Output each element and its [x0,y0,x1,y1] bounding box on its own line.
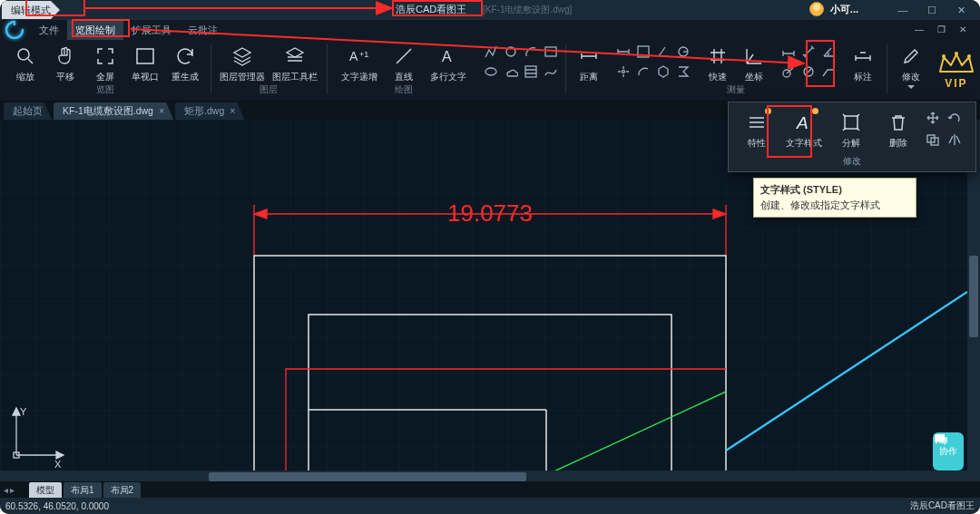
modify-dropdown-button[interactable]: 修改 [893,42,929,90]
tab-rect-file[interactable]: 矩形.dwg× [175,102,244,120]
mini-dim-angular-icon[interactable] [819,43,838,61]
svg-point-14 [942,54,946,58]
close-button[interactable]: ✕ [947,0,975,20]
properties-icon [744,110,769,135]
dimension-icon [850,44,876,69]
coord-button[interactable]: 坐标 [736,42,772,83]
user-name[interactable]: 小可... [830,3,858,16]
tab-active-file[interactable]: KF-1电缆敷设图.dwg× [54,102,173,120]
explode-button[interactable]: 分解 [828,108,874,153]
minimize-button[interactable]: — [889,0,916,20]
line-icon [391,44,416,69]
group-draw-label: 绘图 [395,83,413,96]
mini-total-icon[interactable] [674,63,692,81]
mini-dim-linear-icon[interactable] [779,43,798,61]
mini-polyline-icon[interactable] [482,43,500,61]
mini-angle-icon[interactable] [654,43,672,61]
text-style-button[interactable]: A 文字样式 [781,108,827,153]
drawing-canvas[interactable]: 19.0773 Y X [0,120,980,483]
tab-model[interactable]: 模型 [29,482,62,498]
fullscreen-label: 全屏 [96,71,114,83]
vip-button[interactable]: VIP [933,40,980,101]
mini-dim-radius-icon[interactable] [779,63,798,81]
child-close-button[interactable]: ✕ [953,20,973,38]
regen-button[interactable]: 重生成 [165,42,205,83]
layer-toolbar-icon [282,44,308,69]
menu-view-draw[interactable]: 览图绘制 [67,20,123,40]
menu-file[interactable]: 文件 [31,20,67,40]
modify-panel: 特性 A 文字样式 分解 删除 [728,102,976,172]
pan-label: 平移 [56,71,74,83]
mini-dim-aligned-icon[interactable] [799,43,818,61]
layout-nav[interactable]: ◂▸ [0,485,27,495]
vertical-scrollbar[interactable] [967,120,980,483]
line-label: 直线 [395,71,413,83]
mtext-label: 多行文字 [430,71,466,83]
mini-copy-icon[interactable] [925,132,941,150]
mini-arc-icon[interactable] [522,43,540,61]
collaboration-button[interactable]: 协作 [933,432,964,470]
mini-rect-icon[interactable] [542,43,560,61]
fullscreen-button[interactable]: 全屏 [85,42,125,83]
svg-point-15 [955,52,958,55]
chat-icon [933,432,949,447]
svg-point-5 [506,47,515,56]
maximize-button[interactable]: ☐ [918,0,946,20]
mini-dim-diameter-icon[interactable] [799,63,818,81]
properties-button[interactable]: 特性 [734,108,779,153]
dimension-text: 19.0773 [447,199,533,227]
text-increment-button[interactable]: A+1 文字递增 [333,42,386,83]
tab-start[interactable]: 起始页 [4,102,52,120]
mtext-icon: A [436,44,461,69]
layer-toolbar-button[interactable]: 图层工具栏 [269,42,321,83]
tab-layout2[interactable]: 布局2 [103,482,142,498]
svg-text:A: A [349,49,358,63]
mini-hatch-icon[interactable] [522,63,540,81]
mini-radius-icon[interactable] [674,43,692,61]
distance-button[interactable]: 距离 [571,42,607,83]
vip-label: VIP [945,77,967,90]
tab-close-icon[interactable]: × [159,105,164,116]
group-measure-label: 测量 [727,83,745,96]
properties-label: 特性 [748,137,766,150]
mtext-button[interactable]: A 多行文字 [422,42,475,83]
menu-ext-tools[interactable]: 扩展工具 [123,20,180,40]
user-avatar-icon[interactable] [809,2,824,16]
child-minimize-button[interactable]: — [909,20,929,38]
modify-group-label: 修改 [729,155,975,171]
mini-area-icon[interactable] [634,43,652,61]
layer-manager-button[interactable]: 图层管理器 [216,42,269,83]
mini-circle-icon[interactable] [502,43,520,61]
fullscreen-icon [93,44,118,69]
fast-measure-button[interactable]: 快速 [700,42,736,83]
app-title: 浩辰CAD看图王 [396,3,466,16]
mini-arc-len-icon[interactable] [634,63,652,81]
mini-ellipse-icon[interactable] [482,63,500,81]
text-increment-label: 文字递增 [341,71,377,83]
dimension-button[interactable]: 标注 [845,42,881,83]
mini-length-icon[interactable] [614,43,632,61]
mini-cloud-icon[interactable] [502,63,520,81]
mini-spline-icon[interactable] [542,63,560,81]
line-button[interactable]: 直线 [386,42,422,83]
layer-toolbar-label: 图层工具栏 [272,71,318,83]
mini-move-icon[interactable] [925,111,941,129]
mini-id-icon[interactable] [614,63,632,81]
menu-cloud[interactable]: 云批注 [180,20,226,40]
tab-layout1[interactable]: 布局1 [64,482,102,498]
mini-mirror-icon[interactable] [946,132,963,150]
mini-rotate-icon[interactable] [946,111,963,129]
delete-label: 删除 [889,137,907,150]
svg-text:+1: +1 [359,50,368,59]
zoom-button[interactable]: 缩放 [5,42,45,83]
delete-button[interactable]: 删除 [876,108,921,153]
mini-volume-icon[interactable] [654,63,672,81]
app-logo-icon[interactable] [4,19,25,41]
group-layer-label: 图层 [260,83,278,96]
tab-close-icon[interactable]: × [230,105,235,116]
viewport-button[interactable]: 单视口 [125,42,165,83]
tooltip-body: 创建、修改或指定文字样式 [760,199,909,212]
pan-button[interactable]: 平移 [45,42,85,83]
child-restore-button[interactable]: ❐ [931,20,951,38]
mini-dim-leader-icon[interactable] [819,63,838,81]
